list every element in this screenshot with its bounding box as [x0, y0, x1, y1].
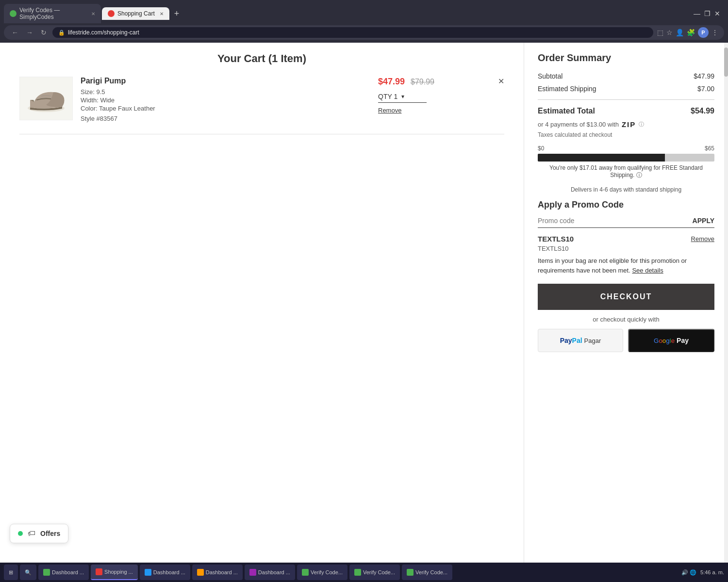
item-pricing: $47.99 $79.99 QTY 1 ▾ Remove ✕ [378, 77, 504, 114]
gpay-button[interactable]: Google Pay [628, 329, 714, 352]
url-text: lifestride.com/shopping-cart [68, 29, 139, 36]
item-name: Parigi Pump [81, 77, 370, 85]
taskbar-time: 5:46 a. m. [700, 569, 724, 575]
taskbar-icon-4 [197, 569, 204, 576]
taskbar-item-8[interactable]: Verify Code... [402, 565, 452, 580]
tab-favicon-2 [108, 10, 115, 17]
profile-avatar[interactable]: P [698, 27, 709, 38]
remove-x-button[interactable]: ✕ [498, 77, 504, 86]
cart-section: Your Cart (1 Item) [0, 43, 524, 563]
search-taskbar[interactable]: 🔍 [20, 565, 36, 580]
taskbar-item-2[interactable]: Shopping ... [91, 565, 138, 580]
cart-title: Your Cart (1 Item) [19, 52, 504, 65]
progress-labels: $0 $65 [538, 145, 714, 152]
qty-label: QTY 1 [378, 93, 397, 100]
total-row: Estimated Total $54.99 [538, 107, 714, 115]
shipping-days-note: Delivers in 4-6 days with standard shipp… [538, 186, 714, 193]
start-button[interactable]: ⊞ [4, 565, 18, 580]
paypal-logo: PayPal [560, 337, 582, 344]
taskbar-item-3[interactable]: Dashboard ... [140, 565, 190, 580]
see-details-link[interactable]: See details [632, 267, 663, 274]
refresh-button[interactable]: ↻ [39, 28, 49, 37]
url-bar[interactable]: 🔒 lifestride.com/shopping-cart [52, 27, 653, 38]
browser-actions: ⬚ ☆ 👤 🧩 P ⋮ [657, 27, 718, 38]
order-summary-title: Order Summary [538, 52, 714, 64]
back-button[interactable]: ← [10, 28, 20, 37]
subtotal-row: Subtotal $47.99 [538, 72, 714, 80]
new-tab-button[interactable]: + [170, 7, 183, 21]
promo-remove-link[interactable]: Remove [691, 235, 714, 242]
taskbar-item-4[interactable]: Dashboard ... [192, 565, 243, 580]
offers-tag-icon: 🏷 [28, 529, 35, 538]
promo-input-row[interactable]: APPLY [538, 217, 714, 228]
forward-button[interactable]: → [24, 28, 35, 37]
or-checkout-text: or checkout quickly with [538, 316, 714, 323]
taskbar-icon-2 [96, 568, 102, 575]
checkout-button[interactable]: CHECKOUT [538, 284, 714, 310]
taskbar-icon-6 [302, 569, 309, 576]
taskbar-label-1: Dashboard ... [52, 569, 84, 575]
subtotal-value: $47.99 [694, 72, 714, 80]
qty-selector[interactable]: QTY 1 ▾ [378, 93, 427, 103]
translate-icon[interactable]: ⬚ [657, 29, 663, 36]
offers-widget[interactable]: 🏷 Offers [10, 524, 68, 543]
profile-icon[interactable]: 👤 [676, 29, 684, 36]
promo-code-applied: TEXTLS10 Remove TEXTLS10 Items in your b… [538, 235, 714, 275]
price-original: $79.99 [411, 78, 434, 86]
taskbar-label-4: Dashboard ... [206, 569, 238, 575]
tab-shopping-cart[interactable]: Shopping Cart ✕ [102, 7, 169, 20]
close-button[interactable]: ✕ [714, 10, 720, 17]
taskbar: ⊞ 🔍 Dashboard ... Shopping ... Dashboard… [0, 563, 728, 582]
taskbar-icon-5 [249, 569, 256, 576]
taskbar-label-3: Dashboard ... [153, 569, 185, 575]
tab-close-2[interactable]: ✕ [160, 11, 164, 16]
taskbar-item-7[interactable]: Verify Code... [349, 565, 400, 580]
cart-item: Parigi Pump Size: 9.5 Width: Wide Color:… [19, 77, 504, 134]
window-controls: — ❐ ✕ [694, 10, 724, 17]
scrollbar[interactable] [724, 43, 728, 563]
menu-icon[interactable]: ⋮ [711, 29, 718, 36]
progress-info-icon[interactable]: ⓘ [636, 172, 642, 178]
tab-verify-codes[interactable]: Verify Codes — SimplyCodes ✕ [4, 4, 101, 23]
maximize-button[interactable]: ❐ [704, 10, 711, 17]
item-width: Width: Wide [81, 97, 370, 104]
promo-code-header-row: TEXTLS10 Remove [538, 235, 714, 243]
taskbar-item-6[interactable]: Verify Code... [297, 565, 347, 580]
zip-logo: ZIP [622, 120, 636, 129]
item-size: Size: 9.5 [81, 88, 370, 96]
scrollbar-thumb[interactable] [724, 48, 728, 77]
shipping-value: $7.00 [697, 85, 714, 93]
shoe-illustration [24, 81, 68, 115]
summary-divider [538, 99, 714, 100]
apply-promo-button[interactable]: APPLY [693, 217, 714, 225]
taskbar-icon-3 [145, 569, 151, 576]
shipping-row: Estimated Shipping $7.00 [538, 85, 714, 93]
taskbar-right: 🔊 🌐 5:46 a. m. [681, 569, 724, 576]
taskbar-icon-1 [43, 569, 50, 576]
extensions-icon[interactable]: 🧩 [687, 29, 695, 36]
taskbar-item-5[interactable]: Dashboard ... [245, 565, 295, 580]
remove-link[interactable]: Remove [378, 107, 401, 114]
offers-status-dot [18, 531, 23, 536]
tab-favicon-1 [10, 10, 17, 17]
zip-info-icon[interactable]: ⓘ [639, 121, 644, 128]
progress-bar [538, 154, 714, 162]
progress-min: $0 [538, 145, 544, 152]
taskbar-item-1[interactable]: Dashboard ... [38, 565, 89, 580]
offers-label: Offers [40, 530, 60, 537]
promo-code-input[interactable] [538, 217, 693, 225]
tab-close-1[interactable]: ✕ [91, 11, 95, 16]
item-color: Color: Taupe Faux Leather [81, 105, 370, 112]
system-tray: 🔊 🌐 [681, 569, 696, 576]
total-value: $54.99 [691, 107, 714, 115]
browser-chrome: Verify Codes — SimplyCodes ✕ Shopping Ca… [0, 0, 728, 43]
taskbar-label-2: Shopping ... [104, 569, 133, 575]
minimize-button[interactable]: — [694, 10, 700, 17]
subtotal-label: Subtotal [538, 72, 563, 80]
paypal-button[interactable]: PayPal Pagar [538, 329, 623, 352]
star-icon[interactable]: ☆ [666, 29, 673, 36]
qty-dropdown-arrow[interactable]: ▾ [401, 93, 404, 100]
taskbar-icon-8 [407, 569, 414, 576]
total-label: Estimated Total [538, 107, 595, 115]
taskbar-icon-7 [354, 569, 361, 576]
